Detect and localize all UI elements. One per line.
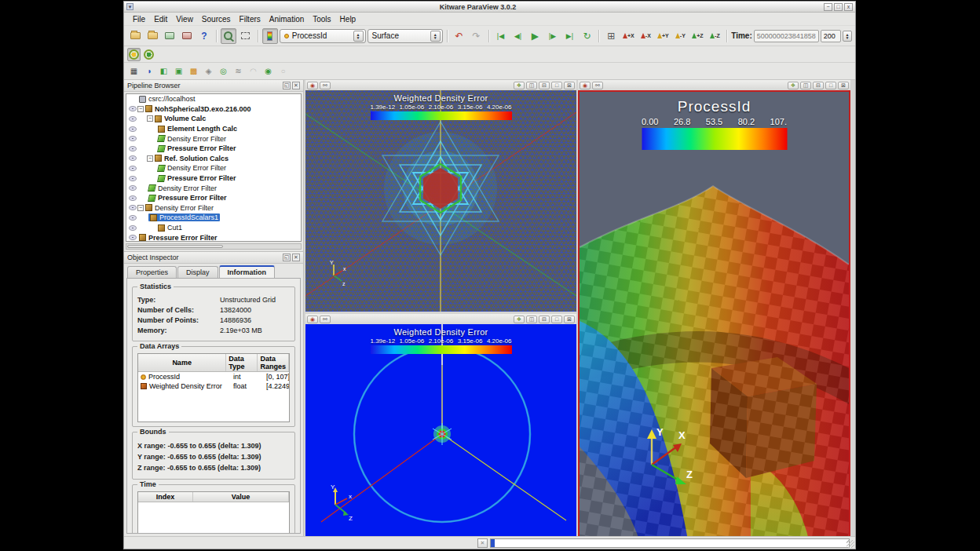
camera-icon[interactable]: ◉ <box>307 316 318 323</box>
collapse-icon[interactable]: − <box>147 155 153 162</box>
representation-combobox[interactable]: Surface ▲▼ <box>368 29 443 43</box>
contour-filter-button[interactable]: ◎ <box>217 64 230 78</box>
pipeline-item[interactable]: − Volume Calc <box>126 114 301 124</box>
pipeline-item[interactable]: − NohSpherical3D.exo.216.000 <box>126 104 301 115</box>
show-center-button[interactable] <box>127 48 141 61</box>
menu-animation[interactable]: Animation <box>265 14 308 24</box>
split-horizontal-button[interactable]: ◫ <box>526 316 537 323</box>
pipeline-item[interactable]: Pressure Error Filter <box>126 144 301 154</box>
camera-plus-z-button[interactable]: +Z <box>689 28 705 44</box>
split-vertical-button[interactable]: ⊟ <box>813 82 824 89</box>
collapse-icon[interactable]: − <box>137 106 144 112</box>
close-panel-button[interactable]: ✕ <box>292 82 300 89</box>
table-row[interactable]: ProcessId int [0, 107] <box>138 372 289 381</box>
menu-view[interactable]: View <box>172 14 197 24</box>
eye-icon[interactable] <box>128 195 137 201</box>
first-frame-button[interactable]: |◀ <box>492 28 508 44</box>
open-file-button[interactable] <box>127 28 143 44</box>
eye-icon[interactable] <box>128 146 137 151</box>
close-view-button[interactable]: ⊠ <box>838 82 849 89</box>
tab-display[interactable]: Display <box>177 266 218 278</box>
link-camera-icon[interactable]: ⚯ <box>320 82 331 89</box>
link-camera-icon[interactable]: ⚯ <box>592 82 603 89</box>
maximize-button[interactable]: □ <box>834 3 843 11</box>
group-filter-button[interactable]: ◉ <box>261 64 275 78</box>
next-frame-button[interactable]: |▶ <box>544 28 560 44</box>
camera-minus-y-button[interactable]: -Y <box>672 28 688 44</box>
warp-filter-button[interactable]: ◠ <box>247 64 260 78</box>
edit-color-map-button[interactable] <box>262 28 278 44</box>
calculator-filter-button[interactable]: ▦ <box>127 64 141 78</box>
camera-icon[interactable]: ◉ <box>580 82 591 89</box>
float-panel-button[interactable]: ◱ <box>283 254 291 261</box>
eye-icon[interactable] <box>128 225 137 231</box>
close-view-button[interactable]: ⊠ <box>564 316 575 323</box>
data-arrays-table[interactable]: Name Data Type Data Ranges ProcessId int… <box>137 353 290 422</box>
render-view-bottom-left[interactable]: ◉ ⚯ ❖ ◫ ⊟ □ ⊠ Weighted Density Error 1.3… <box>305 314 576 542</box>
menu-help[interactable]: Help <box>336 14 360 24</box>
rubber-band-select-button[interactable] <box>238 28 254 44</box>
eye-icon[interactable] <box>128 205 137 210</box>
eye-icon[interactable] <box>128 185 137 191</box>
split-vertical-button[interactable]: ⊟ <box>539 316 550 323</box>
abort-button[interactable]: ✕ <box>477 538 488 548</box>
menu-filters[interactable]: Filters <box>236 14 265 24</box>
last-frame-button[interactable]: ▶| <box>561 28 577 44</box>
object-inspector-header[interactable]: Object Inspector ◱ ✕ <box>124 252 303 264</box>
camera-minus-x-button[interactable]: -X <box>638 28 653 44</box>
render-view-top-left[interactable]: ◉ ⚯ ❖ ◫ ⊟ □ ⊠ Weighted Density Error 1.3… <box>305 80 576 312</box>
time-value-field[interactable]: 500000023841858 <box>754 30 819 42</box>
split-horizontal-button[interactable]: ◫ <box>526 82 537 89</box>
scalar-bar[interactable]: ProcessId 0.0026.853.580.2107. <box>642 98 787 150</box>
app-icon[interactable]: ▾ <box>126 3 133 10</box>
camera-plus-y-button[interactable]: +Y <box>655 28 671 44</box>
pipeline-item[interactable]: Pressure Error Filter <box>126 173 301 184</box>
maximize-view-button[interactable]: □ <box>551 82 562 89</box>
pipeline-item[interactable]: − Ref. Solution Calcs <box>126 154 301 164</box>
probe-filter-button[interactable]: ○ <box>276 64 290 78</box>
pipeline-item[interactable]: Element Length Calc <box>126 124 301 134</box>
render-viewport-slice[interactable]: Weighted Density Error 1.39e-121.05e-062… <box>305 324 576 542</box>
menu-file[interactable]: File <box>129 14 149 24</box>
camera-minus-z-button[interactable]: -Z <box>707 28 722 44</box>
eye-icon[interactable] <box>128 116 137 122</box>
eye-icon[interactable] <box>128 176 137 181</box>
render-view-right-active[interactable]: ◉ ⚯ ❖ ◫ ⊟ □ ⊠ ProcessId 0.0026.853.580.2… <box>578 80 850 542</box>
pipeline-item[interactable]: Cut1 <box>126 223 301 233</box>
eye-icon[interactable] <box>128 166 137 171</box>
lookmark-icon[interactable]: ❖ <box>514 316 525 323</box>
close-panel-button[interactable]: ✕ <box>292 254 300 261</box>
load-state-button[interactable] <box>144 28 160 44</box>
pipeline-item[interactable]: Density Error Filter <box>126 183 301 193</box>
maximize-view-button[interactable]: □ <box>825 82 836 89</box>
eye-icon[interactable] <box>128 106 137 111</box>
collapse-icon[interactable]: − <box>147 115 153 122</box>
pipeline-item[interactable]: − Density Error Filter <box>126 203 301 213</box>
pick-center-button[interactable] <box>142 48 155 61</box>
threshold-filter-button[interactable]: ▣ <box>172 64 185 78</box>
slice-filter-button[interactable]: ◧ <box>157 64 170 78</box>
help-button[interactable]: ? <box>196 28 212 44</box>
tab-information[interactable]: Information <box>219 265 276 278</box>
connect-server-button[interactable] <box>162 28 177 44</box>
tab-properties[interactable]: Properties <box>127 266 177 278</box>
scrollbar-thumb[interactable] <box>127 245 223 248</box>
table-row[interactable]: Weighted Density Error float [4.22498e-1… <box>138 381 289 391</box>
camera-plus-x-button[interactable]: +X <box>620 28 636 44</box>
collapse-icon[interactable]: − <box>137 205 144 211</box>
minimize-button[interactable]: − <box>824 3 832 11</box>
scalar-bar[interactable]: Weighted Density Error 1.39e-121.05e-062… <box>371 93 512 120</box>
frame-spin-arrows[interactable]: ▲▼ <box>843 31 852 42</box>
render-viewport-3d[interactable]: ProcessId 0.0026.853.580.2107. <box>578 90 850 542</box>
time-table[interactable]: Index Value <box>137 491 290 534</box>
redo-button[interactable]: ↷ <box>469 28 485 44</box>
stream-tracer-filter-button[interactable]: ≋ <box>232 64 245 78</box>
camera-icon[interactable]: ◉ <box>307 82 318 89</box>
close-view-button[interactable]: ⊠ <box>564 82 575 89</box>
pipeline-item-server[interactable]: csrc://localhost <box>126 94 301 104</box>
eye-icon[interactable] <box>128 235 137 240</box>
pipeline-browser-header[interactable]: Pipeline Browser ◱ ✕ <box>124 80 303 92</box>
eye-icon[interactable] <box>128 126 137 132</box>
reset-camera-button[interactable]: ⊞ <box>603 28 619 44</box>
render-viewport-mesh[interactable]: Weighted Density Error 1.39e-121.05e-062… <box>305 90 576 312</box>
